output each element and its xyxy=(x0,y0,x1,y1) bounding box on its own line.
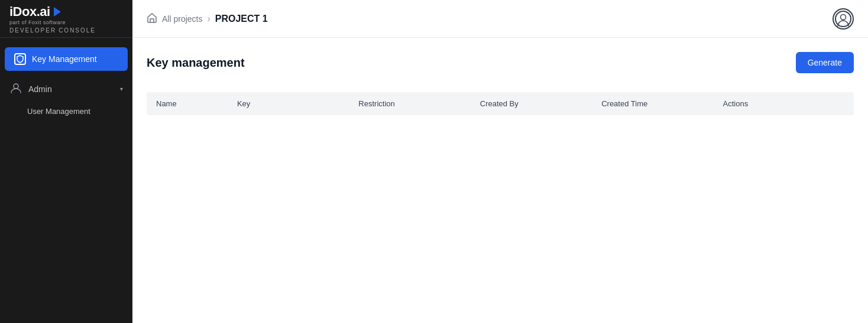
admin-user-icon xyxy=(9,81,22,96)
logo-foxit-label: part of Foxit software xyxy=(9,19,96,25)
project-name: PROJECT 1 xyxy=(215,14,268,24)
generate-button[interactable]: Generate xyxy=(796,52,854,73)
keys-table: Name Key Restriction Created By Created … xyxy=(147,92,854,233)
shield-icon xyxy=(14,53,26,65)
content-header: Key management Generate xyxy=(147,52,854,73)
content-area: Key management Generate Name Key Restric… xyxy=(132,38,868,323)
table-header: Name Key Restriction Created By Created … xyxy=(147,92,854,115)
admin-label: Admin xyxy=(28,84,52,94)
column-actions: Actions xyxy=(723,99,844,108)
all-projects-link[interactable]: All projects xyxy=(162,14,202,24)
main-content: All projects › PROJECT 1 Key management … xyxy=(132,0,868,323)
svg-point-2 xyxy=(841,14,846,19)
svg-point-0 xyxy=(14,84,18,89)
sidebar-item-admin[interactable]: Admin ▾ xyxy=(0,76,132,102)
topbar: All projects › PROJECT 1 xyxy=(132,0,868,38)
chevron-down-icon: ▾ xyxy=(120,86,123,92)
sidebar-navigation: Key Management Admin ▾ User Management xyxy=(0,38,132,323)
user-avatar[interactable] xyxy=(833,8,854,30)
logo-idox-text: iDox.ai xyxy=(9,4,50,19)
breadcrumb-separator: › xyxy=(207,14,210,24)
table-body xyxy=(147,115,854,233)
column-restriction: Restriction xyxy=(358,99,480,108)
breadcrumb: All projects › PROJECT 1 xyxy=(147,12,268,25)
logo-dev-label: DEVELOPER xyxy=(9,27,56,34)
column-key: Key xyxy=(237,99,358,108)
key-management-label: Key Management xyxy=(32,54,97,64)
column-name: Name xyxy=(156,99,237,108)
sidebar-item-key-management[interactable]: Key Management xyxy=(5,47,128,71)
column-created-by: Created By xyxy=(480,99,601,108)
logo-console-label: CONSOLE xyxy=(59,27,96,34)
page-title: Key management xyxy=(147,56,245,70)
logo-arrow-icon xyxy=(54,7,61,17)
home-icon xyxy=(147,12,157,25)
sidebar: iDox.ai part of Foxit software DEVELOPER… xyxy=(0,0,132,323)
column-created-time: Created Time xyxy=(601,99,723,108)
logo: iDox.ai part of Foxit software DEVELOPER… xyxy=(0,0,132,38)
user-management-label: User Management xyxy=(27,107,90,116)
sidebar-item-user-management[interactable]: User Management xyxy=(0,102,132,120)
